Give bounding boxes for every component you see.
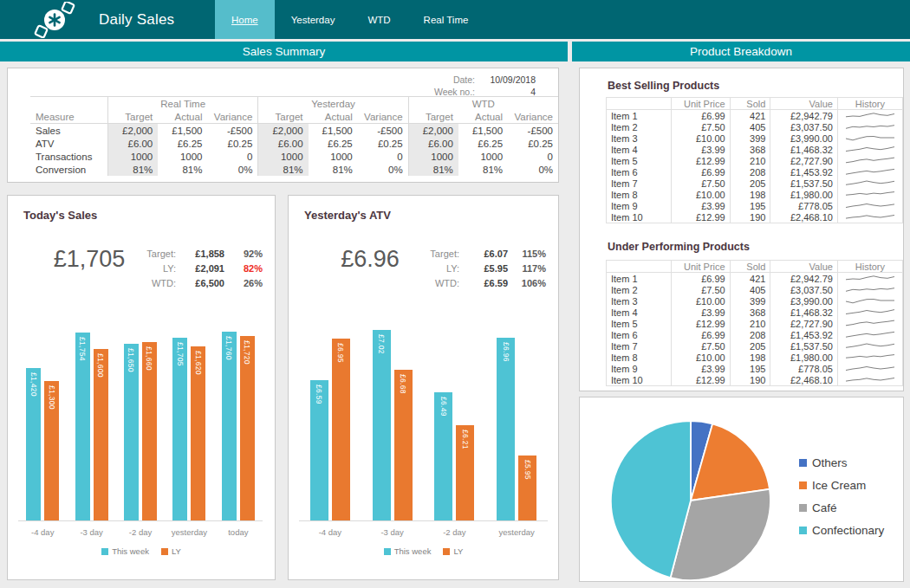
bar-this-week: £6.49 — [434, 392, 452, 520]
table-cell: Item 8 — [607, 189, 672, 200]
stat-value: £6,500 — [176, 278, 224, 288]
table-cell: Item 10 — [607, 374, 672, 386]
bar-this-week: £1,760 — [222, 332, 237, 520]
bar-ly: £1,300 — [44, 381, 59, 520]
table-cell: £2,942.79 — [770, 273, 838, 285]
table-cell: £6.00 — [108, 137, 159, 150]
legend-item: LY — [443, 546, 463, 556]
table-cell: Item 5 — [607, 318, 672, 329]
table-row: Item 4£3.99368£1,468.32 — [607, 307, 903, 318]
bar-ly: £1,660 — [142, 342, 157, 520]
product-header-row: Unit PriceSoldValueHistory — [607, 98, 903, 110]
history-cell — [837, 200, 902, 211]
table-cell: £3.99 — [671, 200, 730, 211]
table-cell: 210 — [730, 155, 770, 166]
table-cell: 1000 — [158, 150, 207, 163]
table-cell: £3,990.00 — [770, 132, 838, 144]
table-cell: 205 — [730, 178, 770, 189]
bar-value-label: £1,705 — [176, 342, 185, 366]
stat-row: Target:£6.07115% — [413, 249, 546, 259]
stat-row: WTD:£6,50026% — [129, 278, 263, 288]
legend-item: This week — [384, 546, 432, 556]
summary-table: Real TimeYesterdayWTDMeasureTargetActual… — [30, 96, 558, 176]
nav-tab-home[interactable]: Home — [215, 0, 275, 39]
history-cell — [837, 132, 902, 144]
bar-value-label: £1,754 — [78, 337, 87, 361]
column-header: Sold — [730, 261, 770, 273]
column-header: Variance — [508, 110, 558, 124]
history-sparkline — [845, 167, 895, 177]
table-cell: £2,000 — [108, 124, 159, 138]
bar-this-week: £1,705 — [172, 338, 187, 520]
table-cell: £3,990.00 — [770, 295, 838, 307]
nav-tab-yesterday[interactable]: Yesterday — [275, 0, 352, 39]
bar-value-label: £1,650 — [127, 348, 135, 372]
product-breakdown-card: Best Selling Products Unit PriceSoldValu… — [579, 68, 904, 391]
table-cell: Item 8 — [607, 352, 672, 363]
history-cell — [837, 329, 902, 340]
history-sparkline — [845, 133, 895, 143]
stat-label: Target: — [129, 249, 176, 259]
table-cell: £1,500 — [458, 124, 508, 138]
stat-value: £2,091 — [176, 263, 224, 274]
history-sparkline — [845, 352, 895, 362]
nav-tabs: HomeYesterdayWTDReal Time — [215, 0, 484, 39]
x-axis-label: -3 day — [361, 527, 424, 537]
bar-group: £6.59£6.95 — [310, 339, 350, 520]
column-header: Actual — [458, 110, 508, 124]
summary-group-header-row: Real TimeYesterdayWTD — [30, 97, 558, 111]
history-cell — [837, 189, 902, 200]
history-sparkline — [845, 111, 895, 120]
table-row: Item 10£12.99190£2,468.10 — [607, 211, 903, 223]
table-cell: 210 — [730, 318, 770, 329]
table-cell: 205 — [730, 340, 770, 352]
history-sparkline — [845, 178, 895, 188]
table-row: Item 7£7.50205£1,537.50 — [607, 178, 903, 189]
history-sparkline — [845, 330, 895, 339]
table-cell: £6.99 — [671, 273, 730, 285]
history-cell — [837, 273, 902, 285]
table-cell: £6.99 — [671, 166, 730, 178]
history-cell — [837, 166, 902, 178]
table-cell: £1,500 — [309, 124, 358, 138]
table-cell: £1,537.50 — [770, 340, 838, 352]
x-axis-label: yesterday — [485, 527, 548, 537]
table-cell: 1000 — [458, 150, 508, 163]
bar-value-label: £1,620 — [194, 351, 203, 375]
bar-ly: £1,600 — [94, 349, 108, 520]
table-cell: 421 — [730, 110, 770, 122]
table-row: Item 9£3.99195£778.05 — [607, 363, 903, 374]
table-cell: Item 6 — [607, 329, 672, 340]
panel-title: Yesterday's ATV — [304, 209, 391, 222]
bar-this-week: £1,650 — [124, 344, 139, 520]
table-cell: Item 3 — [607, 132, 672, 144]
column-header: Sold — [730, 98, 770, 110]
table-cell: 1000 — [408, 150, 458, 163]
table-cell: £0.25 — [358, 137, 408, 150]
column-header: Target — [108, 110, 159, 124]
best-selling-title: Best Selling Products — [608, 80, 719, 92]
table-cell: Item 3 — [607, 295, 672, 307]
table-cell: Item 6 — [607, 166, 672, 178]
bar-value-label: £1,600 — [96, 353, 105, 378]
table-cell: £7.50 — [671, 178, 730, 189]
group-header: Real Time — [108, 97, 258, 111]
stat-row: LY:£5.95117% — [413, 263, 546, 274]
yesterdays-atv-card: Yesterday's ATV £6.96 Target:£6.07115%LY… — [288, 195, 559, 580]
column-header: Actual — [309, 110, 358, 124]
table-row: ATV£6.00£6.25£0.25£6.00£6.25£0.25£6.00£6… — [30, 137, 558, 150]
legend-swatch — [161, 548, 168, 555]
table-row: Item 5£12.99210£2,727.90 — [607, 318, 903, 329]
table-cell: 399 — [730, 295, 770, 307]
table-cell: 198 — [730, 189, 770, 200]
nav-tab-wtd[interactable]: WTD — [351, 0, 406, 39]
table-cell: Item 7 — [607, 340, 672, 352]
bar-group: £1,705£1,620 — [172, 338, 205, 520]
table-cell: Item 4 — [607, 144, 672, 155]
bar-ly: £6.68 — [394, 370, 413, 520]
table-cell: 0 — [358, 150, 408, 163]
table-cell: £7.50 — [671, 340, 730, 352]
history-sparkline — [845, 212, 895, 222]
nav-tab-real-time[interactable]: Real Time — [407, 0, 485, 39]
stat-label: LY: — [413, 263, 459, 274]
